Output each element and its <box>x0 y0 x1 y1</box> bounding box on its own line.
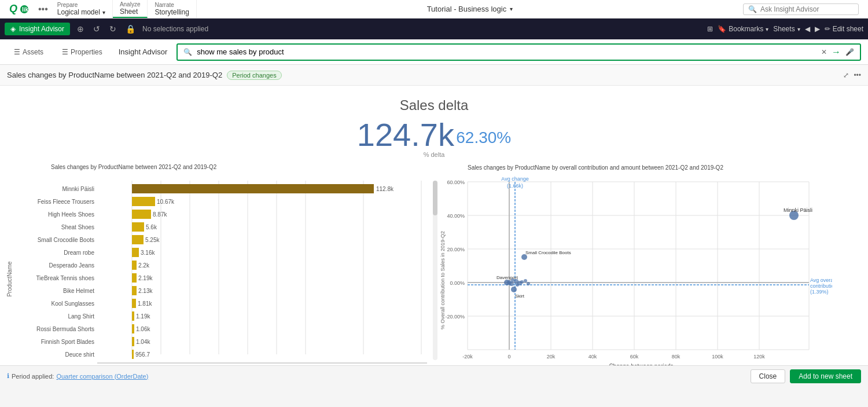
right-chart-svg: % Overall contribution to Sales in 2019-… <box>439 176 832 384</box>
kpi-value: 124.7k <box>357 116 454 153</box>
more-chart-options-icon[interactable]: ••• <box>854 71 861 79</box>
qlik-q-letter: Q <box>9 3 17 15</box>
svg-text:0.00%: 0.00% <box>450 280 465 286</box>
svg-text:Minnki Päisli: Minnki Päisli <box>784 207 812 213</box>
svg-point-118 <box>520 280 524 284</box>
sheets-button[interactable]: Sheets ▾ <box>773 25 800 33</box>
right-chart-subtitle: Sales changes by ProductName by overall … <box>439 164 832 174</box>
edit-sheet-button[interactable]: ✏ Edit sheet <box>825 25 863 33</box>
kpi-percent: 62.30% <box>456 129 511 146</box>
svg-text:8.87k: 8.87k <box>153 211 167 218</box>
svg-text:TieBreak Tennis shoes: TieBreak Tennis shoes <box>36 275 94 281</box>
search-clear-icon[interactable]: ✕ <box>821 48 827 56</box>
close-button[interactable]: Close <box>751 369 786 383</box>
nav-narrate[interactable]: Narrate Storytelling <box>148 0 196 18</box>
search-go-icon[interactable]: → <box>832 47 841 57</box>
grid-view-icon[interactable]: ⊞ <box>707 25 713 33</box>
svg-text:Small Crocodile Boots: Small Crocodile Boots <box>525 250 571 255</box>
period-applied-label: Period applied: <box>12 373 54 380</box>
svg-text:3.16k: 3.16k <box>141 250 155 256</box>
svg-rect-31 <box>132 222 144 232</box>
kpi-area: Sales delta 124.7k 62.30% % delta <box>0 86 868 164</box>
bookmarks-button[interactable]: 🔖 Bookmarks ▾ <box>718 25 768 33</box>
nav-narrate-title: Storytelling <box>155 8 189 16</box>
svg-text:1.06k: 1.06k <box>136 326 150 332</box>
svg-text:80k: 80k <box>672 354 681 360</box>
toolbar-lock-icon[interactable]: 🔒 <box>123 23 138 35</box>
toolbar-back-icon[interactable]: ↺ <box>91 23 102 35</box>
prev-sheet-icon[interactable]: ◀ <box>805 25 810 33</box>
insight-search-icon: 🔍 <box>183 48 192 56</box>
svg-text:100k: 100k <box>712 354 723 360</box>
svg-rect-41 <box>132 286 137 295</box>
svg-text:contribution: contribution <box>810 283 832 289</box>
svg-point-120 <box>527 282 530 285</box>
svg-text:Small Crocodile Boots: Small Crocodile Boots <box>38 237 94 243</box>
kpi-title: Sales delta <box>0 97 868 113</box>
kpi-values: 124.7k 62.30% <box>0 116 868 153</box>
svg-text:60.00%: 60.00% <box>447 179 465 185</box>
svg-text:2.19k: 2.19k <box>138 275 153 281</box>
add-to-new-sheet-button[interactable]: Add to new sheet <box>790 369 861 383</box>
prepare-dropdown-icon: ▾ <box>102 9 105 16</box>
qlik-logo: Q lik <box>5 3 34 15</box>
svg-rect-27 <box>132 197 155 206</box>
period-badge[interactable]: Period changes <box>227 71 281 80</box>
search-bar-area: ☰ Assets ☰ Properties Insight Advisor 🔍 … <box>0 39 868 65</box>
svg-point-116 <box>511 278 514 282</box>
left-chart: Sales changes by ProductName between 202… <box>5 164 439 386</box>
svg-text:(1.39%): (1.39%) <box>810 289 829 295</box>
nav-prepare-title: Logical model ▾ <box>57 8 105 16</box>
svg-rect-51 <box>132 350 134 359</box>
more-options-icon[interactable]: ••• <box>36 4 50 14</box>
period-info: ℹ Period applied: Quarter comparison (Or… <box>7 372 148 380</box>
nav-analyze-label: Analyze <box>120 1 141 8</box>
top-nav: Q lik ••• Prepare Logical model ▾ Analyz… <box>0 0 868 19</box>
svg-text:Kool Sunglasses: Kool Sunglasses <box>52 300 95 307</box>
toolbar-lasso-icon[interactable]: ⊕ <box>75 23 86 35</box>
svg-text:40k: 40k <box>589 354 597 360</box>
main-content: Sales delta 124.7k 62.30% % delta Sales … <box>0 86 868 386</box>
nav-prepare-label: Prepare <box>57 2 105 8</box>
left-chart-svg: ProductName Minnki Päisli Feiss Fleec <box>5 175 439 383</box>
properties-tab[interactable]: ☰ Properties <box>55 45 109 60</box>
svg-text:Desperado Jeans: Desperado Jeans <box>49 262 94 269</box>
svg-rect-33 <box>132 235 144 244</box>
period-info-icon: ℹ <box>7 372 9 380</box>
svg-rect-35 <box>132 248 139 257</box>
svg-rect-49 <box>132 337 134 346</box>
svg-point-117 <box>516 283 519 287</box>
search-mic-icon[interactable]: 🎤 <box>845 48 854 56</box>
insight-advisor-icon: ◈ <box>10 25 16 33</box>
svg-text:(1.66k): (1.66k) <box>507 183 523 189</box>
svg-rect-29 <box>132 210 151 219</box>
toolbar-forward-icon[interactable]: ↻ <box>107 23 119 35</box>
svg-text:10.67k: 10.67k <box>157 199 175 205</box>
insight-search-box[interactable]: 🔍 ✕ → 🎤 <box>176 43 861 61</box>
nav-search-input[interactable] <box>760 5 847 13</box>
svg-text:2.13k: 2.13k <box>138 288 153 294</box>
chart-title-bar: Sales changes by ProductName between 202… <box>0 65 868 86</box>
svg-text:1.19k: 1.19k <box>136 313 150 320</box>
expand-icon[interactable]: ⤢ <box>843 71 849 79</box>
nav-analyze[interactable]: Analyze Sheet <box>113 0 148 18</box>
next-sheet-icon[interactable]: ▶ <box>815 25 820 33</box>
insight-search-input[interactable] <box>197 47 816 56</box>
svg-text:112.8k: 112.8k <box>376 186 394 192</box>
app-title[interactable]: Tutorial - Business logic ▾ <box>427 5 513 13</box>
svg-text:2.2k: 2.2k <box>138 262 150 269</box>
period-applied-value: Quarter comparison (OrderDate) <box>56 373 148 380</box>
charts-area: Sales changes by ProductName between 202… <box>0 164 868 386</box>
assets-tab[interactable]: ☰ Assets <box>7 45 50 60</box>
svg-text:120k: 120k <box>753 354 765 360</box>
svg-text:60k: 60k <box>630 354 639 360</box>
svg-text:-20k: -20k <box>462 354 473 360</box>
bottom-buttons: Close Add to new sheet <box>751 369 861 383</box>
nav-search-box[interactable]: 🔍 <box>743 3 859 15</box>
left-y-axis-label: ProductName <box>6 261 13 297</box>
insight-advisor-button[interactable]: ◈ Insight Advisor <box>5 23 70 35</box>
nav-prepare[interactable]: Prepare Logical model ▾ <box>50 0 113 18</box>
left-chart-subtitle: Sales changes by ProductName between 202… <box>5 164 439 173</box>
nav-narrate-label: Narrate <box>155 2 189 8</box>
svg-text:Finnish Sport Blades: Finnish Sport Blades <box>41 339 94 345</box>
